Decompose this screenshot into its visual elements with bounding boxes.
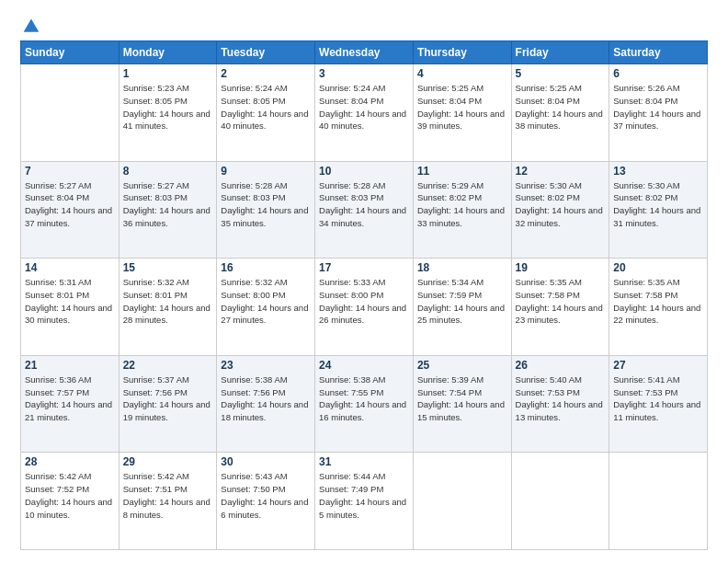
day-info: Sunrise: 5:42 AM Sunset: 7:52 PM Dayligh… bbox=[25, 470, 115, 521]
day-number: 3 bbox=[319, 67, 409, 80]
day-info: Sunrise: 5:38 AM Sunset: 7:56 PM Dayligh… bbox=[221, 373, 311, 424]
calendar-cell: 1Sunrise: 5:23 AM Sunset: 8:05 PM Daylig… bbox=[119, 64, 217, 162]
calendar-week-5: 28Sunrise: 5:42 AM Sunset: 7:52 PM Dayli… bbox=[21, 453, 708, 550]
calendar-cell: 20Sunrise: 5:35 AM Sunset: 7:58 PM Dayli… bbox=[609, 259, 708, 356]
day-info: Sunrise: 5:28 AM Sunset: 8:03 PM Dayligh… bbox=[319, 179, 409, 230]
day-info: Sunrise: 5:23 AM Sunset: 8:05 PM Dayligh… bbox=[123, 82, 213, 132]
day-info: Sunrise: 5:34 AM Sunset: 7:59 PM Dayligh… bbox=[417, 276, 507, 327]
svg-marker-0 bbox=[24, 19, 40, 32]
day-number: 14 bbox=[25, 261, 115, 274]
calendar-cell: 15Sunrise: 5:32 AM Sunset: 8:01 PM Dayli… bbox=[119, 259, 217, 356]
calendar-week-1: 1Sunrise: 5:23 AM Sunset: 8:05 PM Daylig… bbox=[21, 64, 708, 162]
day-info: Sunrise: 5:39 AM Sunset: 7:54 PM Dayligh… bbox=[417, 373, 507, 424]
day-number: 6 bbox=[613, 67, 703, 80]
calendar-header-thursday: Thursday bbox=[413, 41, 511, 64]
calendar-cell: 4Sunrise: 5:25 AM Sunset: 8:04 PM Daylig… bbox=[413, 64, 511, 162]
day-number: 19 bbox=[516, 261, 606, 274]
calendar-cell: 24Sunrise: 5:38 AM Sunset: 7:55 PM Dayli… bbox=[315, 355, 414, 453]
day-number: 8 bbox=[123, 165, 213, 178]
day-number: 17 bbox=[319, 261, 409, 274]
day-info: Sunrise: 5:26 AM Sunset: 8:04 PM Dayligh… bbox=[613, 82, 703, 132]
logo-icon bbox=[22, 17, 40, 35]
day-info: Sunrise: 5:28 AM Sunset: 8:03 PM Dayligh… bbox=[221, 179, 311, 230]
calendar-cell: 22Sunrise: 5:37 AM Sunset: 7:56 PM Dayli… bbox=[119, 355, 217, 453]
calendar-cell: 14Sunrise: 5:31 AM Sunset: 8:01 PM Dayli… bbox=[21, 259, 119, 356]
calendar-cell: 16Sunrise: 5:32 AM Sunset: 8:00 PM Dayli… bbox=[217, 259, 315, 356]
day-info: Sunrise: 5:40 AM Sunset: 7:53 PM Dayligh… bbox=[516, 373, 606, 424]
day-number: 24 bbox=[319, 359, 409, 372]
day-info: Sunrise: 5:35 AM Sunset: 7:58 PM Dayligh… bbox=[613, 276, 703, 327]
day-number: 5 bbox=[516, 67, 606, 80]
calendar-table: SundayMondayTuesdayWednesdayThursdayFrid… bbox=[20, 40, 708, 550]
day-info: Sunrise: 5:24 AM Sunset: 8:05 PM Dayligh… bbox=[221, 82, 311, 132]
calendar-cell: 7Sunrise: 5:27 AM Sunset: 8:04 PM Daylig… bbox=[21, 161, 119, 259]
calendar-cell bbox=[609, 453, 708, 550]
calendar-cell: 11Sunrise: 5:29 AM Sunset: 8:02 PM Dayli… bbox=[413, 161, 511, 259]
day-number: 31 bbox=[319, 455, 409, 468]
day-info: Sunrise: 5:37 AM Sunset: 7:56 PM Dayligh… bbox=[123, 373, 213, 424]
day-number: 26 bbox=[516, 359, 606, 372]
day-number: 11 bbox=[417, 165, 507, 178]
day-number: 13 bbox=[613, 165, 703, 178]
calendar-cell: 23Sunrise: 5:38 AM Sunset: 7:56 PM Dayli… bbox=[217, 355, 315, 453]
calendar-cell: 5Sunrise: 5:25 AM Sunset: 8:04 PM Daylig… bbox=[511, 64, 609, 162]
day-number: 4 bbox=[417, 67, 507, 80]
day-info: Sunrise: 5:36 AM Sunset: 7:57 PM Dayligh… bbox=[25, 373, 115, 424]
day-number: 2 bbox=[221, 67, 311, 80]
day-info: Sunrise: 5:29 AM Sunset: 8:02 PM Dayligh… bbox=[417, 179, 507, 230]
day-info: Sunrise: 5:44 AM Sunset: 7:49 PM Dayligh… bbox=[319, 470, 409, 521]
day-number: 29 bbox=[123, 455, 213, 468]
calendar-cell: 28Sunrise: 5:42 AM Sunset: 7:52 PM Dayli… bbox=[21, 453, 119, 550]
header bbox=[20, 17, 708, 31]
calendar-cell: 10Sunrise: 5:28 AM Sunset: 8:03 PM Dayli… bbox=[315, 161, 414, 259]
day-number: 21 bbox=[25, 359, 115, 372]
day-info: Sunrise: 5:38 AM Sunset: 7:55 PM Dayligh… bbox=[319, 373, 409, 424]
calendar-cell bbox=[413, 453, 511, 550]
calendar-cell: 31Sunrise: 5:44 AM Sunset: 7:49 PM Dayli… bbox=[315, 453, 414, 550]
calendar-cell bbox=[511, 453, 609, 550]
day-number: 7 bbox=[25, 165, 115, 178]
calendar-header-wednesday: Wednesday bbox=[315, 41, 414, 64]
calendar-cell: 17Sunrise: 5:33 AM Sunset: 8:00 PM Dayli… bbox=[315, 259, 414, 356]
page: SundayMondayTuesdayWednesdayThursdayFrid… bbox=[0, 0, 728, 563]
calendar-cell: 27Sunrise: 5:41 AM Sunset: 7:53 PM Dayli… bbox=[609, 355, 708, 453]
calendar-header-saturday: Saturday bbox=[609, 41, 708, 64]
calendar-week-2: 7Sunrise: 5:27 AM Sunset: 8:04 PM Daylig… bbox=[21, 161, 708, 259]
calendar-cell: 6Sunrise: 5:26 AM Sunset: 8:04 PM Daylig… bbox=[609, 64, 708, 162]
day-number: 30 bbox=[221, 455, 311, 468]
calendar-cell: 3Sunrise: 5:24 AM Sunset: 8:04 PM Daylig… bbox=[315, 64, 414, 162]
day-info: Sunrise: 5:41 AM Sunset: 7:53 PM Dayligh… bbox=[613, 373, 703, 424]
day-info: Sunrise: 5:42 AM Sunset: 7:51 PM Dayligh… bbox=[123, 470, 213, 521]
day-info: Sunrise: 5:31 AM Sunset: 8:01 PM Dayligh… bbox=[25, 276, 115, 327]
calendar-header-row: SundayMondayTuesdayWednesdayThursdayFrid… bbox=[21, 41, 708, 64]
calendar-cell: 21Sunrise: 5:36 AM Sunset: 7:57 PM Dayli… bbox=[21, 355, 119, 453]
day-number: 22 bbox=[123, 359, 213, 372]
calendar-header-friday: Friday bbox=[511, 41, 609, 64]
day-number: 10 bbox=[319, 165, 409, 178]
day-info: Sunrise: 5:43 AM Sunset: 7:50 PM Dayligh… bbox=[221, 470, 311, 521]
day-number: 27 bbox=[613, 359, 703, 372]
day-info: Sunrise: 5:24 AM Sunset: 8:04 PM Dayligh… bbox=[319, 82, 409, 132]
calendar-cell bbox=[21, 64, 119, 162]
calendar-cell: 12Sunrise: 5:30 AM Sunset: 8:02 PM Dayli… bbox=[511, 161, 609, 259]
day-info: Sunrise: 5:27 AM Sunset: 8:03 PM Dayligh… bbox=[123, 179, 213, 230]
day-info: Sunrise: 5:27 AM Sunset: 8:04 PM Dayligh… bbox=[25, 179, 115, 230]
calendar-cell: 30Sunrise: 5:43 AM Sunset: 7:50 PM Dayli… bbox=[217, 453, 315, 550]
day-info: Sunrise: 5:30 AM Sunset: 8:02 PM Dayligh… bbox=[613, 179, 703, 230]
calendar-header-sunday: Sunday bbox=[21, 41, 119, 64]
day-number: 9 bbox=[221, 165, 311, 178]
calendar-cell: 9Sunrise: 5:28 AM Sunset: 8:03 PM Daylig… bbox=[217, 161, 315, 259]
calendar-cell: 29Sunrise: 5:42 AM Sunset: 7:51 PM Dayli… bbox=[119, 453, 217, 550]
day-number: 18 bbox=[417, 261, 507, 274]
logo-text bbox=[20, 17, 40, 35]
calendar-header-monday: Monday bbox=[119, 41, 217, 64]
day-number: 25 bbox=[417, 359, 507, 372]
day-number: 1 bbox=[123, 67, 213, 80]
day-number: 23 bbox=[221, 359, 311, 372]
calendar-cell: 26Sunrise: 5:40 AM Sunset: 7:53 PM Dayli… bbox=[511, 355, 609, 453]
calendar-week-4: 21Sunrise: 5:36 AM Sunset: 7:57 PM Dayli… bbox=[21, 355, 708, 453]
day-info: Sunrise: 5:32 AM Sunset: 8:01 PM Dayligh… bbox=[123, 276, 213, 327]
day-number: 15 bbox=[123, 261, 213, 274]
calendar-cell: 18Sunrise: 5:34 AM Sunset: 7:59 PM Dayli… bbox=[413, 259, 511, 356]
calendar-cell: 19Sunrise: 5:35 AM Sunset: 7:58 PM Dayli… bbox=[511, 259, 609, 356]
